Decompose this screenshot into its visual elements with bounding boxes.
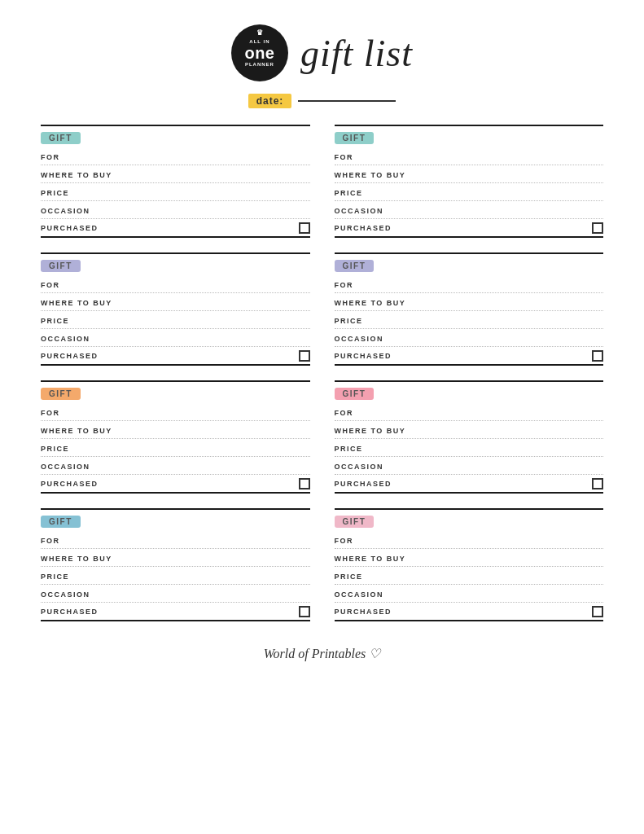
- where-label-4: WHERE TO BUY: [335, 299, 406, 307]
- gift-where-row-8: WHERE TO BUY: [335, 549, 604, 567]
- date-label: date:: [248, 94, 292, 108]
- logo: ♛ all in one planner: [231, 24, 288, 81]
- date-line: [298, 100, 396, 102]
- gift-for-row-2: FOR: [335, 147, 604, 165]
- price-label-4: PRICE: [335, 317, 400, 325]
- purchased-label-3: PURCHASED: [41, 352, 106, 360]
- price-label-1: PRICE: [41, 189, 106, 197]
- purchased-label-2: PURCHASED: [335, 224, 400, 232]
- where-label-1: WHERE TO BUY: [41, 171, 112, 179]
- purchased-checkbox-6[interactable]: [592, 478, 603, 489]
- purchased-checkbox-2[interactable]: [592, 222, 603, 234]
- occasion-label-3: OCCASION: [41, 335, 106, 343]
- gift-purchased-row-2: PURCHASED: [335, 219, 604, 238]
- gift-purchased-row-5: PURCHASED: [41, 475, 310, 494]
- gift-price-row-1: PRICE: [41, 183, 310, 201]
- gift-purchased-row-8: PURCHASED: [335, 603, 604, 621]
- gift-tag-3: GIFT: [41, 260, 81, 272]
- occasion-label-1: OCCASION: [41, 207, 106, 215]
- gift-purchased-row-4: PURCHASED: [335, 347, 604, 366]
- gift-price-row-4: PRICE: [335, 311, 604, 329]
- gift-purchased-row-3: PURCHASED: [41, 347, 310, 366]
- gift-price-row-6: PRICE: [335, 439, 604, 457]
- occasion-label-5: OCCASION: [41, 463, 106, 471]
- gift-purchased-row-6: PURCHASED: [335, 475, 604, 494]
- for-label-7: FOR: [41, 537, 106, 545]
- gift-where-row-3: WHERE TO BUY: [41, 293, 310, 311]
- crown-icon: ♛: [256, 29, 264, 37]
- gift-tag-1: GIFT: [41, 132, 81, 144]
- gift-occasion-row-1: OCCASION: [41, 201, 310, 219]
- purchased-label-4: PURCHASED: [335, 352, 400, 360]
- page-title: gift list: [300, 32, 413, 75]
- for-label-4: FOR: [335, 281, 400, 289]
- for-label-2: FOR: [335, 153, 400, 161]
- gift-occasion-row-8: OCCASION: [335, 585, 604, 603]
- logo-planner: planner: [245, 62, 274, 67]
- price-label-3: PRICE: [41, 317, 106, 325]
- purchased-checkbox-3[interactable]: [299, 350, 310, 362]
- gift-card-6: GIFT FOR WHERE TO BUY PRICE OCCASION PUR…: [335, 380, 604, 494]
- purchased-checkbox-5[interactable]: [299, 478, 310, 489]
- for-label-8: FOR: [335, 537, 400, 545]
- gift-tag-5: GIFT: [41, 388, 81, 400]
- gift-occasion-row-4: OCCASION: [335, 329, 604, 347]
- gift-for-row-6: FOR: [335, 403, 604, 421]
- gift-tag-6: GIFT: [335, 388, 375, 400]
- gift-for-row-8: FOR: [335, 531, 604, 549]
- gift-where-row-4: WHERE TO BUY: [335, 293, 604, 311]
- for-label-5: FOR: [41, 409, 106, 417]
- gift-purchased-row-7: PURCHASED: [41, 603, 310, 621]
- gift-tag-2: GIFT: [335, 132, 375, 144]
- gift-occasion-row-6: OCCASION: [335, 457, 604, 475]
- gift-price-row-2: PRICE: [335, 183, 604, 201]
- header: ♛ all in one planner gift list date:: [41, 24, 603, 108]
- where-label-3: WHERE TO BUY: [41, 299, 112, 307]
- price-label-8: PRICE: [335, 573, 400, 581]
- gift-card-5: GIFT FOR WHERE TO BUY PRICE OCCASION PUR…: [41, 380, 310, 494]
- gift-for-row-7: FOR: [41, 531, 310, 549]
- where-label-7: WHERE TO BUY: [41, 555, 112, 563]
- gift-where-row-1: WHERE TO BUY: [41, 165, 310, 183]
- purchased-checkbox-4[interactable]: [592, 350, 603, 362]
- gift-where-row-5: WHERE TO BUY: [41, 421, 310, 439]
- gift-card-7: GIFT FOR WHERE TO BUY PRICE OCCASION PUR…: [41, 508, 310, 621]
- gift-for-row-5: FOR: [41, 403, 310, 421]
- for-label-6: FOR: [335, 409, 400, 417]
- price-label-5: PRICE: [41, 445, 106, 453]
- gift-price-row-7: PRICE: [41, 567, 310, 585]
- gift-price-row-3: PRICE: [41, 311, 310, 329]
- gift-occasion-row-7: OCCASION: [41, 585, 310, 603]
- gift-for-row-4: FOR: [335, 275, 604, 293]
- gift-card-2: GIFT FOR WHERE TO BUY PRICE OCCASION PUR…: [335, 125, 604, 238]
- gift-where-row-7: WHERE TO BUY: [41, 549, 310, 567]
- gift-price-row-5: PRICE: [41, 439, 310, 457]
- logo-one: one: [244, 45, 274, 61]
- gift-where-row-2: WHERE TO BUY: [335, 165, 604, 183]
- purchased-label-7: PURCHASED: [41, 608, 106, 616]
- where-label-6: WHERE TO BUY: [335, 427, 406, 435]
- gift-occasion-row-3: OCCASION: [41, 329, 310, 347]
- gift-where-row-6: WHERE TO BUY: [335, 421, 604, 439]
- price-label-7: PRICE: [41, 573, 106, 581]
- date-row: date:: [248, 94, 396, 108]
- gift-tag-7: GIFT: [41, 516, 81, 528]
- gift-for-row-3: FOR: [41, 275, 310, 293]
- footer: World of Printables ♡: [41, 646, 603, 661]
- gift-occasion-row-5: OCCASION: [41, 457, 310, 475]
- purchased-label-6: PURCHASED: [335, 480, 400, 488]
- footer-text: World of Printables ♡: [264, 647, 381, 661]
- purchased-checkbox-8[interactable]: [592, 606, 603, 617]
- gift-card-1: GIFT FOR WHERE TO BUY PRICE OCCASION PUR…: [41, 125, 310, 238]
- gift-card-8: GIFT FOR WHERE TO BUY PRICE OCCASION PUR…: [335, 508, 604, 621]
- purchased-label-1: PURCHASED: [41, 224, 106, 232]
- purchased-label-5: PURCHASED: [41, 480, 106, 488]
- where-label-8: WHERE TO BUY: [335, 555, 406, 563]
- purchased-checkbox-7[interactable]: [299, 606, 310, 617]
- occasion-label-7: OCCASION: [41, 590, 106, 599]
- gift-tag-8: GIFT: [335, 516, 375, 528]
- page: ♛ all in one planner gift list date: GIF…: [0, 0, 644, 834]
- purchased-checkbox-1[interactable]: [299, 222, 310, 234]
- price-label-6: PRICE: [335, 445, 400, 453]
- occasion-label-8: OCCASION: [335, 590, 400, 599]
